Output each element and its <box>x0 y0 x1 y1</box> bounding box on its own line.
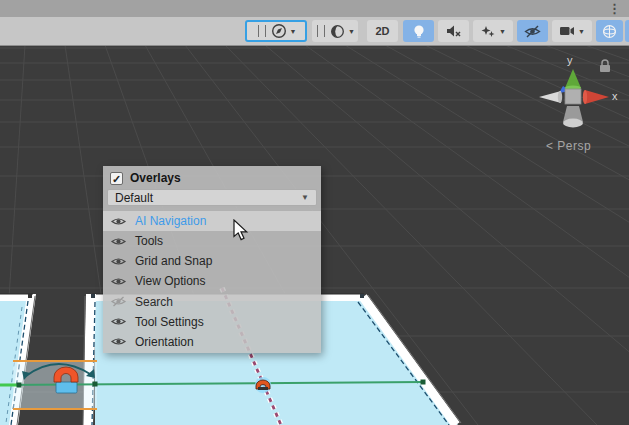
eye-slash-icon <box>524 25 541 38</box>
overlays-header: ✓ Overlays <box>103 166 321 189</box>
speaker-muted-icon <box>446 24 462 38</box>
gizmos-dropdown-button[interactable]: ▼ <box>625 20 629 42</box>
eye-icon <box>111 236 126 247</box>
eye-icon <box>111 336 126 347</box>
chevron-down-icon[interactable]: ▼ <box>578 28 585 35</box>
overlay-item-tools[interactable]: Tools <box>103 231 321 251</box>
draw-mode-button[interactable]: ▼ <box>312 20 358 42</box>
eye-icon <box>111 216 126 227</box>
gizmo-x-label: x <box>612 90 618 102</box>
chevron-left-icon: < <box>546 139 554 153</box>
path-link-icon <box>255 377 271 393</box>
gizmos-toggle-button[interactable] <box>596 20 623 42</box>
eye-icon <box>111 276 126 287</box>
overlay-preset-value: Default <box>115 191 153 205</box>
overlays-enabled-checkbox[interactable]: ✓ <box>110 172 123 185</box>
scene-view-toolbar: ▼ ▼ 2D ▼ <box>0 17 629 46</box>
eye-slash-icon <box>111 296 126 307</box>
overlay-item-orientation[interactable]: Orientation <box>103 332 321 352</box>
lighting-toggle-button[interactable] <box>403 20 434 42</box>
overlay-item-list: AI Navigation Tools Grid and Snap View O… <box>103 211 321 352</box>
camera-icon <box>559 25 575 37</box>
projection-toggle[interactable]: < Persp <box>546 139 591 153</box>
gizmo-left-axis-cone[interactable] <box>539 91 561 103</box>
overlay-item-search[interactable]: Search <box>103 292 321 312</box>
chevron-down-icon[interactable]: ▼ <box>290 28 297 35</box>
chevron-down-icon: ▼ <box>301 193 309 202</box>
overlay-preset-dropdown[interactable]: Default ▼ <box>107 189 317 206</box>
drag-handle-icon[interactable] <box>258 25 266 37</box>
shaded-sphere-icon <box>330 24 345 39</box>
orientation-gizmo[interactable] <box>539 60 610 127</box>
compass-icon <box>271 23 287 39</box>
kebab-menu-icon[interactable]: ⋮ <box>608 1 621 16</box>
camera-menu-button[interactable]: ▼ <box>552 20 592 42</box>
lock-icon[interactable] <box>600 60 610 72</box>
scene-visibility-button[interactable] <box>517 20 548 42</box>
eye-icon <box>111 316 126 327</box>
eye-icon <box>111 256 126 267</box>
overlays-menu-button[interactable]: ▼ <box>245 20 307 42</box>
gizmo-globe-icon <box>602 24 617 39</box>
overlay-item-grid-and-snap[interactable]: Grid and Snap <box>103 251 321 271</box>
chevron-down-icon[interactable]: ▼ <box>348 28 355 35</box>
projection-label: Persp <box>557 139 591 153</box>
overlay-item-tool-settings[interactable]: Tool Settings <box>103 312 321 332</box>
gizmo-y-axis-cone[interactable] <box>565 69 581 88</box>
mouse-cursor <box>233 219 251 243</box>
overlay-item-view-options[interactable]: View Options <box>103 271 321 291</box>
sparkle-effects-icon <box>480 24 496 39</box>
overlays-title: Overlays <box>130 171 181 185</box>
window-header-bar: ⋮ <box>0 0 629 17</box>
overlays-menu-panel: ✓ Overlays Default ▼ AI Navigation Tools… <box>103 166 321 353</box>
lightbulb-icon <box>412 24 426 39</box>
effects-menu-button[interactable]: ▼ <box>473 20 513 42</box>
overlay-item-ai-navigation[interactable]: AI Navigation <box>103 211 321 231</box>
2d-toggle-button[interactable]: 2D <box>367 20 398 42</box>
gizmo-y-label: y <box>567 54 573 66</box>
drag-handle-icon[interactable] <box>317 25 325 37</box>
audio-mute-button[interactable] <box>438 20 469 42</box>
chevron-down-icon[interactable]: ▼ <box>499 28 506 35</box>
gizmo-x-axis-cone[interactable] <box>585 90 609 104</box>
gizmo-center-cube[interactable] <box>565 89 581 104</box>
